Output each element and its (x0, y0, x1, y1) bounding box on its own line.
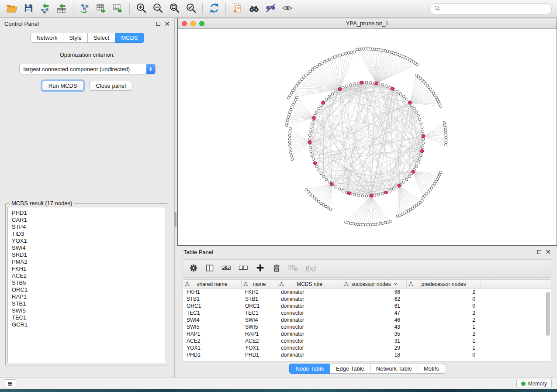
delete-column-button[interactable] (272, 264, 281, 274)
float-panel-icon[interactable] (537, 250, 541, 254)
select-all-button[interactable] (221, 264, 231, 274)
search-box[interactable] (429, 3, 552, 14)
import-table-file-button[interactable] (53, 2, 70, 16)
export-table-button[interactable] (93, 2, 110, 16)
run-mcds-button[interactable]: Run MCDS (42, 81, 84, 91)
table-cell: FKH1 (242, 289, 277, 296)
window-maximize-icon[interactable] (199, 21, 204, 26)
tab-network[interactable]: Network (30, 33, 63, 43)
table-cell: YOX1 (183, 344, 242, 351)
floppy-disk-icon (24, 3, 33, 14)
optimization-criterion-label: Optimization criterion: (0, 52, 174, 58)
mcds-result-item[interactable]: GCR1 (12, 321, 166, 328)
import-network-file-button[interactable] (37, 2, 53, 16)
mcds-result-item[interactable]: YOX1 (12, 237, 166, 244)
optimization-criterion-select[interactable]: largest connected component (undirected) (19, 64, 156, 74)
network-graph[interactable] (178, 29, 557, 245)
mcds-result-item[interactable]: ACE2 (12, 272, 166, 279)
close-panel-button[interactable]: Close panel (90, 81, 133, 91)
tab-select[interactable]: Select (87, 33, 115, 43)
column-header-shared-name[interactable]: shared name (183, 280, 242, 289)
table-row[interactable]: TEC1TEC1connector472 (183, 309, 551, 316)
table-cell: 35 (342, 330, 407, 337)
table-row[interactable]: PHD1PHD1dominator180 (183, 351, 551, 358)
save-button[interactable] (20, 2, 37, 16)
zoom-in-button[interactable] (133, 2, 149, 16)
table-row[interactable]: SWI5SWI5connector431 (183, 323, 551, 330)
network-window-titlebar[interactable]: YPA_prune.txt_1 (178, 18, 557, 29)
scrollbar-thumb[interactable] (546, 292, 550, 336)
binoculars-icon (249, 3, 259, 15)
tab-style[interactable]: Style (63, 33, 88, 43)
table-row[interactable]: FKH1FKH1dominator962 (183, 289, 551, 296)
show-panels-button[interactable]: ≣ (4, 379, 16, 388)
mcds-result-item[interactable]: ORC1 (12, 286, 166, 293)
column-header-name[interactable]: name (242, 280, 277, 289)
show-all-button[interactable] (279, 2, 295, 16)
mcds-result-item[interactable]: PHD1 (12, 210, 166, 217)
node-table[interactable]: shared namenameMCDS rolesuccessor nodesp… (183, 279, 551, 362)
mcds-result-item[interactable]: STB5 (12, 279, 166, 286)
close-panel-icon[interactable]: ✕ (164, 22, 170, 26)
mcds-result-item[interactable]: SWI4 (12, 244, 166, 251)
show-columns-button[interactable] (205, 264, 214, 274)
tab-node-table[interactable]: Node Table (289, 364, 330, 374)
status-bar: ≣ Memory (0, 378, 557, 389)
toolbar-separator (202, 3, 203, 14)
mcds-result-item[interactable]: TID3 (12, 230, 166, 237)
panel-splitter-handle[interactable] (174, 212, 176, 227)
open-button[interactable] (3, 2, 20, 16)
add-column-button[interactable] (256, 263, 265, 274)
find-button[interactable] (246, 2, 262, 16)
export-image-button[interactable] (110, 2, 126, 16)
mcds-result-item[interactable]: STB1 (12, 300, 166, 307)
mcds-result-item[interactable]: FKH1 (12, 265, 166, 272)
table-cell: 62 (342, 296, 407, 303)
refresh-icon (209, 3, 220, 15)
mcds-result-item[interactable]: TEC1 (12, 314, 166, 321)
table-cell: SWI4 (183, 316, 242, 323)
table-cell: dominator (277, 316, 342, 323)
tab-network-table[interactable]: Network Table (370, 364, 418, 374)
export-network-button[interactable] (76, 2, 93, 16)
column-header-MCDS-role[interactable]: MCDS role (277, 280, 342, 289)
mcds-result-item[interactable]: PMA2 (12, 258, 166, 265)
mcds-result-item[interactable]: SRD1 (12, 251, 166, 258)
folder-icon (6, 3, 17, 14)
control-panel: Control Panel ✕ NetworkStyleSelectMCDS O… (0, 18, 175, 378)
import-network-icon (40, 3, 50, 15)
search-input[interactable] (443, 6, 547, 12)
refresh-button[interactable] (206, 2, 222, 16)
table-row[interactable]: ACE2ACE2connector311 (183, 337, 551, 344)
tab-motifs[interactable]: Motifs (418, 364, 445, 374)
hide-selected-button[interactable] (262, 2, 279, 16)
deselect-all-button[interactable] (239, 264, 248, 274)
zoom-selected-button[interactable] (183, 2, 199, 16)
clone-network-button[interactable] (229, 2, 246, 16)
mcds-result-list[interactable]: PHD1CAR1STP4TID3YOX1SWI4SRD1PMA2FKH1ACE2… (7, 207, 166, 363)
mcds-result-item[interactable]: SWI5 (12, 307, 166, 314)
float-panel-icon[interactable] (156, 22, 160, 26)
mcds-result-item[interactable]: STP4 (12, 224, 166, 230)
memory-button[interactable]: Memory (516, 379, 552, 388)
mcds-result-item[interactable]: CAR1 (12, 217, 166, 224)
tab-edge-table[interactable]: Edge Table (330, 364, 370, 374)
tab-mcds[interactable]: MCDS (115, 33, 144, 43)
network-canvas[interactable] (178, 29, 557, 245)
table-row[interactable]: YOX1YOX1connector291 (183, 344, 551, 351)
close-panel-icon[interactable]: ✕ (545, 250, 551, 254)
table-row[interactable]: ORC1ORC1dominator610 (183, 303, 551, 309)
window-close-icon[interactable] (182, 21, 187, 26)
mcds-result-item[interactable]: RAP1 (12, 293, 166, 300)
table-row[interactable]: RAP1RAP1dominator352 (183, 330, 551, 337)
zoom-out-button[interactable] (149, 2, 166, 16)
column-header-successor-nodes[interactable]: successor nodes (342, 280, 407, 289)
table-scrollbar[interactable] (546, 289, 550, 361)
window-minimize-icon[interactable] (190, 21, 196, 26)
column-header-predecessor-nodes[interactable]: predecessor nodes (407, 280, 481, 289)
zoom-fit-button[interactable] (166, 2, 183, 16)
control-panel-tabs: NetworkStyleSelectMCDS (30, 33, 144, 43)
table-row[interactable]: SWI4SWI4dominator462 (183, 316, 551, 323)
table-row[interactable]: STB1STB1dominator620 (183, 296, 551, 303)
table-settings-button[interactable] (189, 264, 198, 274)
